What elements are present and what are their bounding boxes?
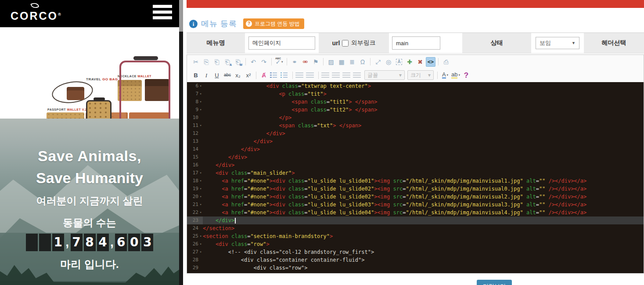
- bullet-list-icon[interactable]: [280, 72, 290, 78]
- text-color-icon[interactable]: A▾: [440, 70, 450, 80]
- code-line-8[interactable]: 8▾<span class="tit1"> </span>: [187, 98, 644, 106]
- code-line-25[interactable]: 25▾<section class="section-main-brandsto…: [187, 232, 644, 240]
- find-icon[interactable]: ◎: [384, 57, 393, 67]
- code-line-27[interactable]: 27▾<!-- <div class="col-12 brandstory_ro…: [187, 248, 644, 256]
- outdent-icon[interactable]: [295, 72, 305, 78]
- fold-arrow-icon[interactable]: ▾: [198, 248, 203, 256]
- fold-arrow-icon[interactable]: ▾: [198, 82, 203, 90]
- preview-save-button[interactable]: 미리보기: [477, 280, 512, 285]
- code-line-21[interactable]: 21▾<a href="#none"><div class="lu_slide …: [187, 201, 644, 209]
- line-number: 30: [193, 272, 198, 273]
- paste-text-icon[interactable]: ⎗A: [223, 57, 232, 67]
- image-icon[interactable]: ▨: [326, 57, 336, 67]
- maximize-icon[interactable]: ⤢: [373, 57, 383, 67]
- code-line-23[interactable]: 23</div>: [187, 216, 644, 224]
- print-icon[interactable]: ⎙: [441, 57, 451, 67]
- code-line-6[interactable]: 6▾<div class="txtwrap text-center">: [187, 82, 644, 90]
- superscript-icon[interactable]: x²: [244, 70, 253, 80]
- line-number: 25: [193, 232, 198, 240]
- highlight-color-icon[interactable]: ab▾: [451, 70, 461, 80]
- line-number: 23: [193, 216, 198, 224]
- code-line-18[interactable]: 18▾<a href="#none"><div class="lu_slide …: [187, 177, 644, 185]
- table-icon[interactable]: ▦: [337, 57, 346, 67]
- select-all-icon[interactable]: A: [394, 57, 404, 67]
- fold-arrow-icon[interactable]: ▾: [198, 90, 203, 98]
- special-char-icon[interactable]: Ω: [358, 57, 367, 67]
- paste-icon[interactable]: ⎗: [212, 57, 222, 67]
- fold-arrow-icon[interactable]: ▾: [198, 98, 203, 106]
- help-icon[interactable]: ?: [461, 70, 471, 80]
- fold-arrow-icon[interactable]: ▾: [198, 169, 203, 177]
- align-justify-icon[interactable]: [353, 72, 363, 78]
- fold-arrow-icon[interactable]: ▾: [198, 193, 203, 201]
- indent-icon[interactable]: [306, 72, 316, 78]
- code-line-26[interactable]: 26▾<div class="row">: [187, 240, 644, 248]
- program-link-help-button[interactable]: ? 프로그램 연동 방법: [243, 18, 304, 29]
- remove-format-icon[interactable]: Ⱥ: [259, 70, 269, 80]
- preview-scrollbar[interactable]: [179, 0, 183, 285]
- code-line-14[interactable]: 14</div>: [187, 145, 644, 153]
- anchor-flag-icon[interactable]: ⚑: [311, 57, 320, 67]
- code-line-15[interactable]: 15</div>: [187, 153, 644, 161]
- strikethrough-icon[interactable]: abc: [223, 70, 232, 80]
- spellcheck-icon[interactable]: ABC✓▾: [274, 57, 284, 67]
- code-line-12[interactable]: 12</div>: [187, 130, 644, 137]
- line-gutter: 11▾: [187, 122, 203, 130]
- code-line-7[interactable]: 7▾<p class="tit">: [187, 90, 644, 98]
- redo-icon[interactable]: ↷: [259, 57, 269, 67]
- code-line-20[interactable]: 20▾<a href="#none"><div class="lu_slide …: [187, 193, 644, 201]
- fold-arrow-icon[interactable]: ▾: [198, 232, 203, 240]
- hamburger-menu-icon[interactable]: [153, 5, 172, 22]
- corco-logo[interactable]: CORCO®: [11, 3, 59, 22]
- scayt-enable-icon[interactable]: ✚: [405, 57, 414, 67]
- unlink-icon[interactable]: ⚮: [300, 57, 310, 67]
- status-select[interactable]: 보임 ▼: [536, 37, 579, 49]
- fold-arrow-icon[interactable]: ▾: [198, 177, 203, 185]
- code-line-10[interactable]: 10</p>: [187, 114, 644, 122]
- line-gutter: 20▾: [187, 193, 203, 201]
- align-center-icon[interactable]: [332, 72, 342, 78]
- registered-mark: ®: [58, 12, 61, 17]
- code-line-29[interactable]: 29<div class="row">: [187, 264, 644, 272]
- question-icon: ?: [246, 21, 252, 27]
- code-line-13[interactable]: 13</div>: [187, 137, 644, 145]
- bold-icon[interactable]: B: [191, 70, 201, 80]
- url-input[interactable]: [392, 36, 440, 50]
- ordered-list-icon[interactable]: [270, 72, 279, 78]
- code-line-28[interactable]: 28<div class="container container-fluid"…: [187, 256, 644, 264]
- fold-arrow-icon[interactable]: ▾: [198, 106, 203, 114]
- paste-word-icon[interactable]: ⎗W: [233, 57, 243, 67]
- undo-icon[interactable]: ↶: [248, 57, 258, 67]
- copy-icon[interactable]: ⎘: [201, 57, 211, 67]
- cut-icon[interactable]: ✂: [191, 57, 201, 67]
- code-line-24[interactable]: 24</section>: [187, 224, 644, 232]
- fold-arrow-icon[interactable]: ▾: [198, 122, 203, 130]
- fold-arrow-icon[interactable]: ▾: [198, 240, 203, 248]
- italic-icon[interactable]: I: [201, 70, 211, 80]
- link-icon[interactable]: ⚭: [290, 57, 299, 67]
- code-line-16[interactable]: 16</div>: [187, 161, 644, 169]
- fold-arrow-icon[interactable]: ▾: [198, 201, 203, 209]
- code-line-22[interactable]: 22▾<a href="#none"><div class="lu_slide …: [187, 209, 644, 216]
- menu-name-input[interactable]: [248, 36, 315, 50]
- scayt-disable-icon[interactable]: ✖: [415, 57, 425, 67]
- source-icon[interactable]: <>: [426, 57, 435, 67]
- fold-arrow-icon[interactable]: ▾: [198, 209, 203, 216]
- underline-icon[interactable]: U: [212, 70, 222, 80]
- external-link-checkbox[interactable]: [342, 40, 349, 47]
- subscript-icon[interactable]: x₂: [233, 70, 243, 80]
- source-code-area[interactable]: 6▾<div class="txtwrap text-center">7▾<p …: [187, 82, 644, 273]
- font-size-dropdown[interactable]: 크기▾: [407, 70, 434, 80]
- code-line-9[interactable]: 9▾<span class="tit2"> </span>: [187, 106, 644, 114]
- align-left-icon[interactable]: [321, 72, 331, 78]
- fold-arrow-icon[interactable]: ▾: [198, 185, 203, 193]
- hero-subtitle2: 동물의 수는: [0, 216, 179, 230]
- horizontal-rule-icon[interactable]: ≣: [347, 57, 357, 67]
- font-family-dropdown[interactable]: 글꼴▾: [364, 70, 405, 80]
- code-line-30[interactable]: 30<div class="col-12 col-lg-7 TxtWrap br…: [187, 272, 644, 273]
- code-line-11[interactable]: 11▾<span class="txt"> </span>: [187, 122, 644, 130]
- code-line-17[interactable]: 17▾<div class="main_slider">: [187, 169, 644, 177]
- code-line-19[interactable]: 19▾<a href="#none"><div class="lu_slide …: [187, 185, 644, 193]
- scrollbar-thumb[interactable]: [179, 0, 183, 32]
- align-right-icon[interactable]: [342, 72, 352, 78]
